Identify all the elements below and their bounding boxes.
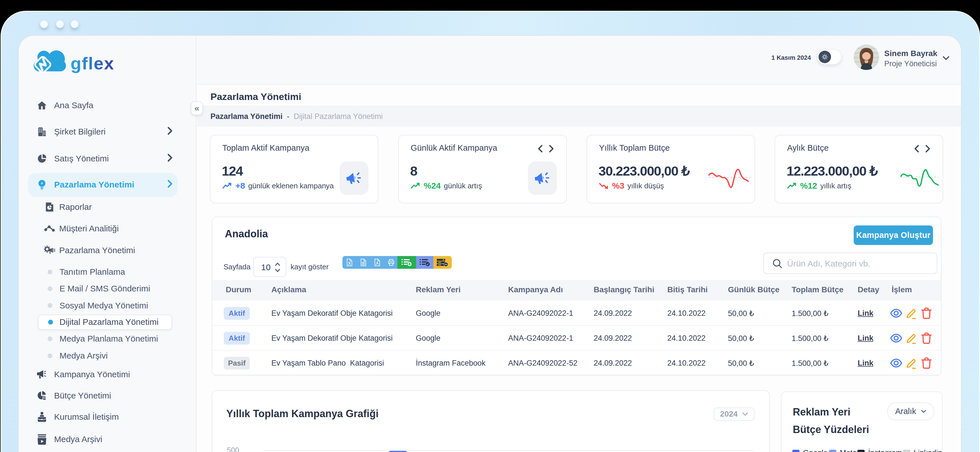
svg-text:gflex: gflex <box>70 54 115 73</box>
